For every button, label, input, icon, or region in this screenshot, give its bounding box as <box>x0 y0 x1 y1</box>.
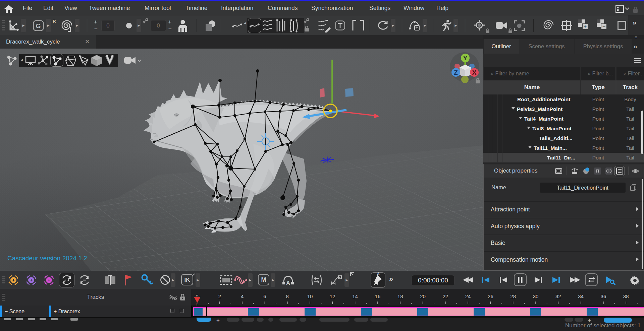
svg-text:+: + <box>584 24 587 29</box>
svg-text:20: 20 <box>420 293 426 299</box>
svg-text:38: 38 <box>623 293 629 299</box>
svg-text:30: 30 <box>533 293 539 299</box>
svg-text:14: 14 <box>352 293 358 299</box>
svg-text:28: 28 <box>510 293 516 299</box>
svg-text:22: 22 <box>442 293 448 299</box>
svg-text:2: 2 <box>218 293 221 299</box>
svg-text:8: 8 <box>286 293 289 299</box>
svg-text:24: 24 <box>465 293 471 299</box>
svg-text:X: X <box>472 69 477 76</box>
svg-text:16: 16 <box>375 293 381 299</box>
svg-text:34: 34 <box>578 293 584 299</box>
svg-text:A: A <box>286 280 290 286</box>
svg-text:10: 10 <box>307 293 313 299</box>
svg-text:32: 32 <box>555 293 561 299</box>
svg-text:−: − <box>602 24 605 29</box>
svg-text:Y: Y <box>463 55 468 62</box>
svg-text:Z: Z <box>454 69 458 76</box>
svg-text:18: 18 <box>397 293 403 299</box>
svg-text:G: G <box>36 22 41 29</box>
svg-text:4: 4 <box>241 293 244 299</box>
svg-text:26: 26 <box>488 293 493 299</box>
svg-text:36: 36 <box>601 293 606 299</box>
svg-text:6: 6 <box>263 293 266 299</box>
svg-text:12: 12 <box>330 293 335 299</box>
